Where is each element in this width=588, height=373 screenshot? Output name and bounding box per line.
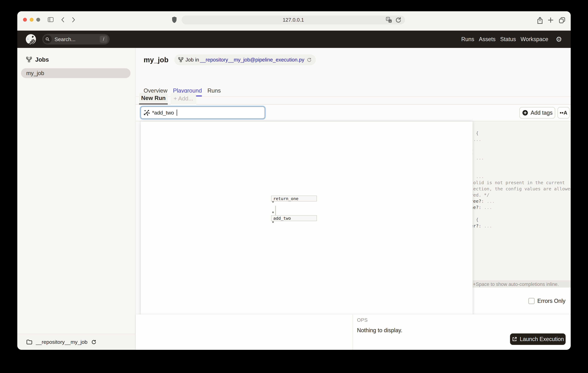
add-config-tab-button[interactable]: + Add... xyxy=(171,93,196,104)
search-shortcut-key: / xyxy=(100,36,107,43)
op-selector-row: *add_two Add tags ••A ▶ xyxy=(136,104,571,121)
ops-panel-title: OPS xyxy=(357,317,368,323)
sidebar-title: Jobs xyxy=(35,56,49,63)
new-tab-icon[interactable] xyxy=(547,17,554,23)
nav-status[interactable]: Status xyxy=(500,36,516,43)
config-editor[interactable]: : { ...{: ...: ...solid is not present i… xyxy=(473,121,571,281)
add-tags-label: Add tags xyxy=(531,110,553,116)
browser-window: 127.0.0.1 Aa xyxy=(17,11,571,350)
bottom-panel: OPS Nothing to display. Launch Execution xyxy=(136,314,571,350)
job-icon xyxy=(178,57,183,62)
graph-node-label: return_one xyxy=(273,196,298,201)
graph-edge xyxy=(275,206,276,215)
url-text: 127.0.0.1 xyxy=(283,17,304,23)
text-caret xyxy=(177,110,177,116)
page-title: my_job xyxy=(144,56,168,64)
top-nav: Runs Assets Status Workspace ⚙ xyxy=(461,31,562,48)
sidebar-item-my-job[interactable]: my_job xyxy=(21,68,130,78)
reload-repository-icon[interactable] xyxy=(91,339,96,345)
editor-hint-strip: +Space to show auto-completions inline. xyxy=(473,281,571,287)
errors-only-label: Errors Only xyxy=(537,298,566,304)
share-icon[interactable] xyxy=(536,16,544,24)
add-tags-button[interactable]: Add tags xyxy=(519,107,555,119)
graph-node-label: add_two xyxy=(273,216,291,221)
config-editor-lines: : { ...{: ...: ...solid is not present i… xyxy=(473,130,571,229)
close-window-button[interactable] xyxy=(23,18,27,22)
reload-icon[interactable] xyxy=(395,17,402,23)
playground-content: : { ...{: ...: ...solid is not present i… xyxy=(136,121,571,350)
fullscreen-window-button[interactable] xyxy=(36,18,40,22)
run-config-tabs: New Run + Add... xyxy=(136,93,571,104)
svg-text:A: A xyxy=(387,17,389,20)
sidebar-footer: __repository__my_job xyxy=(17,334,135,350)
input-port-dot xyxy=(272,211,274,213)
job-origin-prefix: Job in xyxy=(185,57,199,63)
app-header: Search... / Runs Assets Status Workspace… xyxy=(17,31,571,48)
main-area: my_job Job in __repository__my_job@pipel… xyxy=(136,48,571,350)
plus-circle-icon xyxy=(522,110,528,116)
op-selector-value: *add_two xyxy=(152,110,174,116)
errors-only-row: Errors Only xyxy=(473,287,571,314)
graph-node-add-two[interactable]: add_two xyxy=(271,215,317,221)
reload-definitions-icon[interactable] xyxy=(306,57,312,62)
jobs-icon xyxy=(26,57,32,62)
shield-icon xyxy=(171,16,177,23)
launch-execution-button[interactable]: Launch Execution xyxy=(510,333,566,345)
forward-icon[interactable] xyxy=(72,17,75,23)
settings-gear-icon[interactable]: ⚙ xyxy=(556,36,562,43)
folder-icon xyxy=(26,339,32,345)
launch-icon xyxy=(512,336,517,342)
sidebar: Jobs my_job __repository__my_job xyxy=(17,48,136,350)
errors-only-checkbox[interactable] xyxy=(528,298,535,304)
output-port-dot xyxy=(272,201,274,203)
search-placeholder: Search... xyxy=(54,36,75,42)
autocomplete-hint: +Space to show auto-completions inline. xyxy=(473,282,559,287)
tabs-overview-icon[interactable] xyxy=(558,16,566,24)
tab-new-run[interactable]: New Run xyxy=(139,93,168,104)
browser-chrome: 127.0.0.1 Aa xyxy=(17,11,571,31)
graph-node-return-one[interactable]: return_one xyxy=(271,196,317,201)
minimize-window-button[interactable] xyxy=(30,18,33,22)
autocomplete-button[interactable]: ••A xyxy=(557,107,570,119)
sidebar-toggle-icon[interactable] xyxy=(48,17,54,22)
sidebar-item-label: my_job xyxy=(26,70,44,77)
nav-workspace[interactable]: Workspace xyxy=(521,36,548,43)
nav-assets[interactable]: Assets xyxy=(479,36,495,43)
op-selector-input[interactable]: *add_two xyxy=(141,107,265,119)
svg-text:a: a xyxy=(389,20,391,22)
back-icon[interactable] xyxy=(61,17,64,23)
launch-label: Launch Execution xyxy=(520,336,564,342)
dagster-logo[interactable] xyxy=(26,34,36,44)
op-selector-icon xyxy=(143,110,150,116)
repository-name: __repository__my_job xyxy=(36,339,88,345)
job-origin-link[interactable]: __repository__my_job@pipeline_execution.… xyxy=(200,57,304,63)
op-graph-panel[interactable]: return_one add_two xyxy=(141,121,473,314)
job-origin-badge: Job in __repository__my_job@pipeline_exe… xyxy=(174,55,316,65)
ops-empty-message: Nothing to display. xyxy=(357,327,402,334)
search-input[interactable]: Search... / xyxy=(42,34,110,44)
translate-icon[interactable]: Aa xyxy=(386,17,392,23)
output-port-dot xyxy=(272,221,274,223)
address-bar[interactable]: 127.0.0.1 Aa xyxy=(182,15,405,24)
search-icon xyxy=(43,35,52,44)
nav-runs[interactable]: Runs xyxy=(461,36,474,43)
